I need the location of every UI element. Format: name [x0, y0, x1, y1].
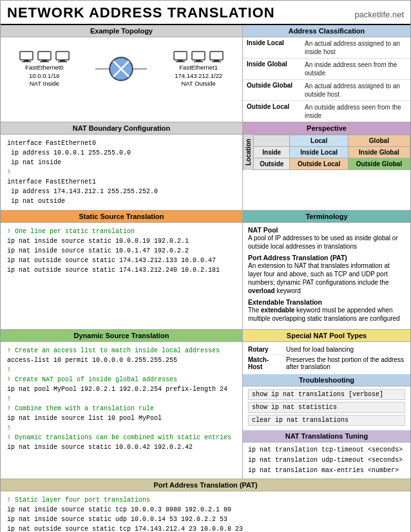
addr-row-outside-local: Outside Local An outside address seen fr… [243, 101, 410, 122]
perspective-corner [254, 135, 290, 147]
perspective-section: Perspective Location Local Global Inside [243, 122, 410, 210]
fe1-label: FastEthernet1 174.143.212.1/22 NAT Outsi… [175, 64, 222, 88]
term-pat: Port Address Translation (PAT) An extens… [248, 254, 405, 295]
row4: Dynamic Source Translation ! Create an a… [1, 330, 410, 479]
svg-rect-20 [194, 61, 203, 62]
outside-local-cell: Outside Local [290, 158, 348, 170]
rotary-key: Rotary [248, 346, 283, 353]
pc-icon-2 [37, 51, 52, 64]
extendable-keyword: extendable [261, 307, 294, 314]
router-icon [95, 53, 147, 85]
row-inside-label: Inside [254, 147, 290, 158]
cmd-show-translations: show ip nat translations [verbose] [248, 389, 405, 400]
top-row: Example Topology [1, 25, 410, 122]
troubleshooting-header: Troubleshooting [243, 374, 410, 386]
addr-label-outside-global: Outside Global [247, 82, 305, 89]
dynamic-source-section: Dynamic Source Translation ! Create an a… [1, 330, 243, 479]
site-name: packetlife.net [354, 10, 404, 19]
nat-tuning-content: ip nat translation tcp-timeout <seconds>… [243, 442, 410, 479]
static-source-header: Static Source Translation [1, 211, 242, 223]
fe0-label: FastEthernet0 10.0.0.1/16 NAT Inside [25, 64, 64, 88]
pc-group-right [173, 51, 224, 64]
rotary-desc: Used for load balancing [286, 346, 354, 353]
terminology-content: NAT Pool A pool of IP addresses to be us… [243, 223, 410, 329]
tuning-commands: ip nat translation tcp-timeout <seconds>… [248, 445, 405, 476]
pc-icon-1 [19, 51, 34, 64]
term-extendable: Extendable Translation The extendable ke… [248, 298, 405, 323]
svg-rect-5 [40, 61, 49, 62]
pat-header: Port Address Translation (PAT) [1, 479, 410, 491]
nat-boundary-section: NAT Boundary Configuration interface Fas… [1, 122, 243, 210]
term-nat-pool-desc: A pool of IP addresses to be used as ins… [248, 234, 405, 251]
overload-keyword: overload [248, 287, 275, 294]
svg-rect-15 [174, 52, 187, 60]
topology-section: Example Topology [1, 25, 243, 122]
topology-header: Example Topology [1, 25, 242, 37]
term-extendable-desc: The extendable keyword must be appended … [248, 306, 405, 323]
pc-icon-5 [191, 51, 206, 64]
special-nat-section: Special NAT Pool Types Rotary Used for l… [243, 330, 410, 374]
row5: Port Address Translation (PAT) ! Static … [1, 479, 410, 532]
pc-icon-3 [55, 51, 70, 64]
header: Network Address Translation packetlife.n… [1, 1, 410, 25]
svg-rect-3 [38, 52, 51, 60]
svg-rect-17 [176, 61, 185, 62]
match-host-key: Match-Host [248, 356, 283, 370]
col-global: Global [348, 135, 410, 147]
svg-rect-4 [42, 60, 47, 61]
svg-rect-7 [60, 60, 65, 61]
router-group [95, 53, 147, 86]
perspective-table: Local Global Inside Inside Local Inside … [253, 135, 410, 170]
inside-local-cell: Inside Local [290, 147, 348, 158]
special-row-match-host: Match-Host Preserves the host portion of… [248, 355, 405, 372]
svg-rect-0 [20, 52, 33, 60]
perspective-header: Perspective [243, 122, 410, 135]
addr-desc-inside-local: An actual address assigned to an inside … [305, 39, 406, 56]
row2: NAT Boundary Configuration interface Fas… [1, 122, 410, 211]
addr-desc-outside-local: An outside address seen from the inside [305, 103, 406, 120]
svg-rect-1 [24, 60, 29, 61]
svg-rect-21 [210, 52, 223, 60]
svg-rect-6 [56, 52, 69, 60]
addr-class-header: Address Classification [243, 25, 410, 37]
svg-rect-23 [212, 61, 221, 62]
svg-rect-2 [22, 61, 31, 62]
pc-icon-4 [173, 51, 188, 64]
perspective-row-inside: Inside Inside Local Inside Global [254, 147, 410, 158]
svg-rect-16 [178, 60, 183, 61]
row-outside-label: Outside [254, 158, 290, 170]
pat-code: ! Static layer four port translations ip… [1, 491, 410, 532]
terminology-header: Terminology [243, 211, 410, 223]
term-extendable-name: Extendable Translation [248, 298, 405, 306]
perspective-row-outside: Outside Outside Local Outside Global [254, 158, 410, 170]
match-host-desc: Preserves the host portion of the addres… [286, 356, 405, 370]
dynamic-source-header: Dynamic Source Translation [1, 330, 242, 342]
nat-tuning-section: NAT Translations Tuning ip nat translati… [243, 430, 410, 479]
perspective-wrapper: Location Local Global Inside Inside Loca… [243, 135, 410, 170]
page-title: Network Address Translation [7, 5, 275, 21]
special-nat-header: Special NAT Pool Types [243, 330, 410, 342]
pc-icon-6 [209, 51, 224, 64]
pc-group-left [19, 51, 70, 64]
term-pat-name: Port Address Translation (PAT) [248, 254, 405, 261]
term-nat-pool: NAT Pool A pool of IP addresses to be us… [248, 226, 405, 251]
addr-class-rows: Inside Local An actual address assigned … [243, 37, 410, 122]
static-source-section: Static Source Translation ! One line per… [1, 211, 243, 329]
troubleshooting-section: Troubleshooting show ip nat translations… [243, 374, 410, 430]
svg-rect-19 [196, 60, 201, 61]
svg-rect-22 [214, 60, 219, 61]
addr-desc-outside-global: An actual address assigned to an outside… [305, 82, 406, 99]
nat-tuning-header: NAT Translations Tuning [243, 430, 410, 442]
special-row-rotary: Rotary Used for load balancing [248, 345, 405, 355]
pat-section: Port Address Translation (PAT) ! Static … [1, 479, 410, 532]
special-nat-content: Rotary Used for load balancing Match-Hos… [243, 342, 410, 374]
svg-rect-8 [58, 61, 67, 62]
addr-class-section: Address Classification Inside Local An a… [243, 25, 410, 122]
addr-label-inside-global: Inside Global [247, 61, 305, 68]
fe1-group: FastEthernet1 174.143.212.1/22 NAT Outsi… [173, 51, 224, 88]
addr-label-outside-local: Outside Local [247, 103, 305, 110]
fe0-group: FastEthernet0 10.0.0.1/16 NAT Inside [19, 51, 70, 88]
terminology-section: Terminology NAT Pool A pool of IP addres… [243, 211, 410, 329]
cmd-show-stats: show ip nat statistics [248, 402, 405, 413]
outside-global-cell: Outside Global [348, 158, 410, 170]
